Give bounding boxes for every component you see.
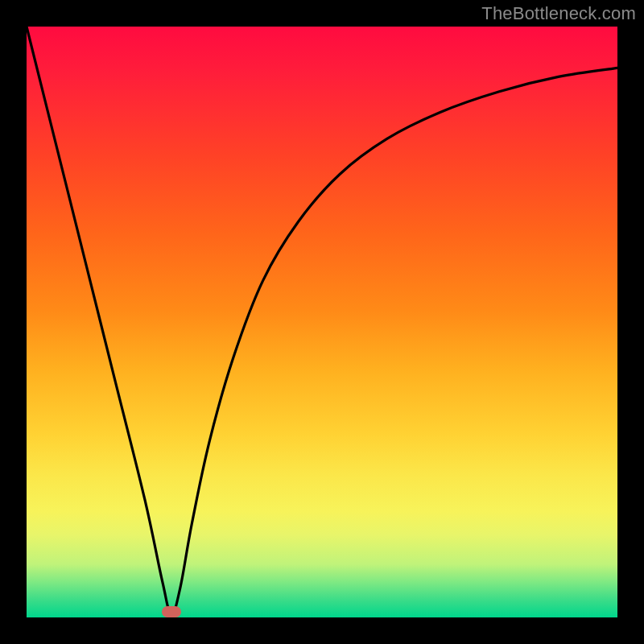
chart-frame: TheBottleneck.com — [0, 0, 644, 644]
curve-svg — [27, 27, 617, 617]
minimum-marker — [162, 606, 181, 617]
bottleneck-curve — [27, 27, 617, 614]
plot-area — [27, 27, 617, 617]
watermark-label: TheBottleneck.com — [481, 3, 636, 24]
